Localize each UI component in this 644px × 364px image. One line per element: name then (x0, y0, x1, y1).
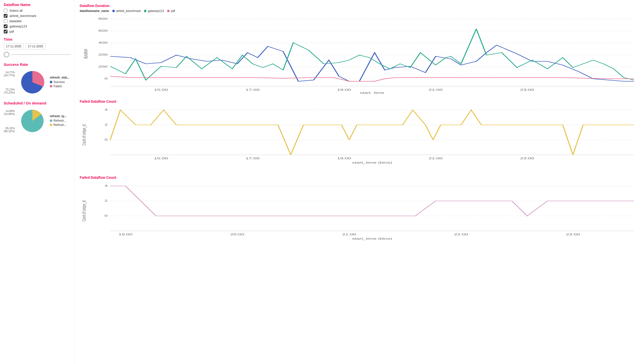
filter-gateway[interactable]: gateway123 (4, 25, 71, 28)
svg-text:2: 2 (104, 199, 108, 202)
svg-text:0: 0 (104, 214, 108, 217)
svg-text:400: 400 (98, 41, 108, 44)
svg-text:0: 0 (104, 138, 108, 141)
duration-chart: 800 600 400 200 200 0 duration 15:00 17:… (80, 14, 639, 94)
main-content: Dataflow Duration dataflowname_name airb… (75, 0, 644, 364)
gateway-checkbox[interactable] (4, 25, 8, 28)
failed-count-title: Failed Dataflow Count (80, 99, 639, 103)
airbnb-label: airbnb_benchmark (10, 14, 36, 18)
select-all-item[interactable]: Select all (4, 9, 71, 13)
svg-text:4: 4 (104, 184, 108, 187)
pdf-label: pdf (10, 30, 14, 33)
svg-text:22:00: 22:00 (454, 233, 468, 236)
svg-text:21:00: 21:00 (342, 233, 356, 236)
dataflow-filter-list: Select all airbnb_benchmark datalake gat… (4, 9, 71, 33)
refresh2-dot (50, 124, 52, 126)
duration-legend-field: dataflowname_name (80, 9, 109, 13)
svg-text:20:00: 20:00 (230, 233, 244, 236)
refresh1-dot (50, 119, 52, 122)
svg-text:21:00: 21:00 (428, 157, 442, 160)
svg-text:0: 0 (104, 77, 108, 80)
success-legend-title: refresh_stat... (50, 76, 70, 79)
svg-text:23:00: 23:00 (520, 157, 534, 160)
select-all-checkbox[interactable] (4, 9, 8, 13)
success-legend: refresh_stat... Success Failed (50, 76, 70, 89)
slider-track (11, 54, 71, 55)
svg-text:start_time: start_time (360, 91, 384, 94)
svg-text:2: 2 (104, 123, 108, 126)
svg-text:Count of unique_id: Count of unique_id (81, 201, 87, 221)
scheduled-pie-container: 14,68% (14,68%) 85,32% (85,32%) (4, 107, 71, 135)
svg-text:4: 4 (104, 108, 108, 111)
svg-text:start_time (bins): start_time (bins) (352, 161, 392, 164)
svg-text:15:00: 15:00 (154, 88, 168, 91)
svg-text:600: 600 (98, 29, 108, 32)
filter-pdf[interactable]: pdf (4, 30, 71, 33)
svg-text:15:00: 15:00 (154, 157, 168, 160)
failed-count2-title: Failed Dataflow Count (80, 175, 639, 179)
svg-text:duration: duration (82, 49, 88, 59)
slider-handle[interactable] (4, 52, 9, 57)
duration-title: Dataflow Duration (80, 4, 639, 8)
filter-airbnb[interactable]: airbnb_benchmark (4, 14, 71, 18)
time-slider[interactable] (4, 52, 71, 57)
scheduled-title: Scheduled / On demand (4, 101, 71, 105)
success-pie-container: 24,77% (24,77%) 75,23% (75,23%) (4, 69, 71, 96)
svg-text:19:00: 19:00 (118, 233, 132, 236)
scheduled-legend-refresh2: Refresh... (50, 123, 66, 127)
scheduled-legend-title: refresh_ty... (50, 114, 66, 118)
datalake-label: datalake (10, 19, 22, 23)
failed-legend-label: Failed (54, 85, 62, 88)
scheduled-legend-refresh1: Refresh... (50, 119, 66, 122)
svg-text:200: 200 (98, 53, 108, 56)
success-label-success: 75,23% (75,23%) (4, 88, 15, 94)
legend-airbnb: airbnb_benchmark (112, 9, 141, 13)
pdf-checkbox[interactable] (4, 30, 8, 33)
date-end[interactable]: 17-11-2020 (26, 43, 45, 49)
legend-gateway: gateway123 (144, 9, 164, 13)
success-legend-success: Success (50, 80, 70, 84)
datalake-checkbox[interactable] (4, 19, 8, 23)
success-rate-title: Success Rate (4, 62, 71, 67)
success-pie-chart (19, 69, 46, 96)
date-range: 17-11-2020 17-11-2020 (4, 43, 71, 49)
failed-dot (50, 85, 52, 88)
svg-text:800: 800 (98, 17, 108, 20)
filter-datalake[interactable]: datalake (4, 19, 71, 23)
failed-count-chart-panel: Failed Dataflow Count 4 2 0 Count of un (80, 98, 639, 172)
select-all-label: Select all (10, 9, 23, 13)
svg-text:start_time (bins): start_time (bins) (352, 237, 392, 240)
success-dot (50, 81, 52, 83)
success-label-failed: 24,77% (24,77%) (4, 71, 15, 77)
refresh1-label: Refresh... (54, 119, 66, 122)
svg-point-3 (144, 10, 146, 12)
failed-count-chart: 4 2 0 Count of unique_id 15:00 17:00 19:… (80, 105, 639, 170)
legend-pdf: pdf (167, 9, 175, 13)
gateway-label: gateway123 (10, 25, 27, 28)
airbnb-checkbox[interactable] (4, 14, 8, 18)
duration-legend-row: dataflowname_name airbnb_benchmark gatew… (80, 9, 639, 13)
refresh2-label: Refresh... (54, 123, 66, 127)
svg-text:17:00: 17:00 (246, 88, 260, 91)
date-start[interactable]: 17-11-2020 (4, 43, 24, 49)
svg-point-2 (112, 10, 115, 12)
success-legend-label: Success (54, 80, 65, 84)
svg-point-4 (167, 10, 170, 12)
scheduled-label-small: 14,68% (14,68%) (4, 109, 15, 115)
time-section: Time 17-11-2020 17-11-2020 (4, 37, 71, 57)
svg-text:200: 200 (98, 65, 108, 68)
svg-text:23:00: 23:00 (520, 88, 534, 91)
scheduled-legend: refresh_ty... Refresh... Refresh... (50, 114, 66, 127)
failed-count2-chart-panel: Failed Dataflow Count 4 2 0 Count of un (80, 174, 639, 248)
scheduled-pie-chart (19, 107, 46, 135)
scheduled-label-large: 85,32% (85,32%) (4, 127, 15, 133)
svg-text:Count of unique_id: Count of unique_id (81, 124, 87, 145)
success-rate-section: Success Rate 24,77% (24,77%) 75,23% (75,… (4, 62, 71, 96)
svg-text:19:00: 19:00 (337, 88, 351, 91)
failed-count2-chart: 4 2 0 Count of unique_id 19:00 20:00 21:… (80, 181, 639, 247)
success-legend-failed: Failed (50, 85, 70, 88)
duration-chart-panel: Dataflow Duration dataflowname_name airb… (80, 3, 639, 96)
svg-text:19:00: 19:00 (337, 157, 351, 160)
svg-text:21:00: 21:00 (428, 88, 442, 91)
time-title: Time (4, 37, 71, 41)
